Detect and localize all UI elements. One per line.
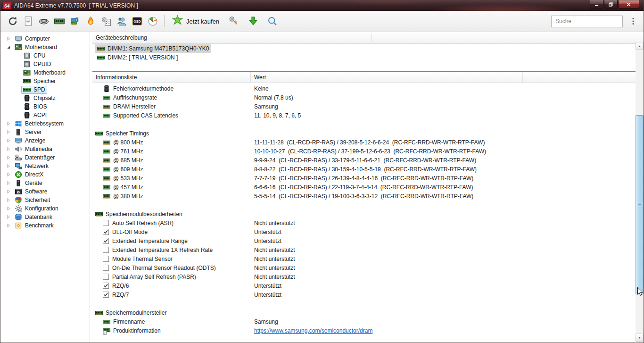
info-row[interactable]: Speicher Timings: [92, 129, 644, 138]
sidebar-item-datenbank[interactable]: Datenbank: [0, 213, 90, 221]
info-row[interactable]: @ 761 MHz10-10-10-27 (CL-RCD-RP-RAS) / 3…: [92, 147, 644, 156]
info-row[interactable]: Auto Self Refresh (ASR)Nicht unterstützt: [92, 218, 644, 227]
sidebar-item-datentr-ger[interactable]: Datenträger: [0, 153, 90, 162]
sidebar-item-benchmark[interactable]: Benchmark: [0, 221, 90, 230]
device-row[interactable]: DIMM2: [ TRIAL VERSION ]: [92, 53, 644, 62]
info-row[interactable]: Partial Array Self Refresh (PASR)Nicht u…: [92, 272, 644, 281]
server-icon: [15, 128, 22, 136]
sidebar-item-motherboard[interactable]: Motherboard: [0, 68, 90, 77]
unchecked-checkbox[interactable]: [103, 220, 109, 226]
unchecked-checkbox[interactable]: [103, 247, 109, 253]
gauge-button[interactable]: [145, 14, 160, 29]
info-row[interactable]: Extended Temperature RangeUnterstützt: [92, 236, 644, 245]
flame-button[interactable]: [83, 14, 98, 29]
unchecked-checkbox[interactable]: [103, 274, 109, 280]
info-row[interactable]: DRAM HerstellerSamsung: [92, 102, 644, 111]
checked-checkbox[interactable]: [103, 238, 109, 244]
tree-collapsed-icon[interactable]: [4, 145, 13, 153]
tree-collapsed-icon[interactable]: [4, 222, 13, 229]
close-button[interactable]: [618, 0, 639, 8]
sidebar-item-spd[interactable]: SPD: [0, 85, 90, 94]
sidebar-item-ger-te[interactable]: Geräte: [0, 179, 90, 187]
report-button[interactable]: [21, 14, 35, 29]
unchecked-checkbox[interactable]: [103, 256, 109, 262]
sidebar-item-acpi[interactable]: ACPI: [0, 111, 90, 119]
preferences-button[interactable]: [99, 14, 113, 29]
sidebar-item-cpuid[interactable]: CPUID: [0, 60, 90, 68]
info-row[interactable]: DLL-Off ModeUnterstützt: [92, 227, 644, 236]
tree-expanded-icon[interactable]: [4, 43, 13, 51]
info-row[interactable]: RZQ/6Unterstützt: [92, 281, 644, 290]
product-info-link[interactable]: https://www.samsung.com/semiconductor/dr…: [254, 327, 372, 334]
tree-collapsed-icon[interactable]: [4, 171, 13, 178]
info-row[interactable]: Produktinformationhttps://www.samsung.co…: [92, 326, 644, 335]
tree-collapsed-icon[interactable]: [4, 154, 13, 161]
search-button[interactable]: [265, 14, 280, 29]
checked-checkbox[interactable]: [103, 292, 109, 298]
tree-collapsed-icon[interactable]: [4, 162, 13, 170]
sidebar-item-netzwerk[interactable]: Netzwerk: [0, 162, 90, 170]
sidebar-item-computer[interactable]: Computer: [0, 34, 90, 43]
info-row[interactable]: Extended Temperature 1X Refresh RateNich…: [92, 245, 644, 254]
sidebar-item-multimedia[interactable]: Multimedia: [0, 145, 90, 153]
user-button[interactable]: [114, 14, 129, 29]
unchecked-checkbox[interactable]: [103, 265, 109, 271]
buy-now-button[interactable]: Jetzt kaufen: [169, 14, 223, 29]
info-row[interactable]: Speichermodulhersteller: [92, 308, 644, 317]
info-row[interactable]: FehlerkorrekturmethodeKeine: [92, 84, 644, 93]
kebab-menu-icon[interactable]: [627, 14, 639, 29]
sidebar-item-server[interactable]: Server: [0, 128, 90, 136]
info-row[interactable]: @ 533 MHz7-7-7-19 (CL-RCD-RP-RAS) / 26-1…: [92, 174, 644, 183]
sidebar-item-cpu[interactable]: CPU: [0, 51, 90, 60]
tree-collapsed-icon[interactable]: [4, 128, 13, 136]
sidebar-item-konfiguration[interactable]: Konfiguration: [0, 204, 90, 213]
device-row[interactable]: DIMM1: Samsung M471B5173QH0-YK0: [92, 44, 644, 53]
scroll-up-button[interactable]: ▲: [636, 42, 644, 50]
gpu-button[interactable]: [67, 14, 82, 29]
osd-button[interactable]: OSD: [130, 14, 144, 29]
tree-collapsed-icon[interactable]: [4, 213, 13, 221]
cpu-button[interactable]: [36, 14, 51, 29]
scroll-down-button[interactable]: ▼: [636, 334, 644, 342]
tree-collapsed-icon[interactable]: [4, 35, 13, 42]
tree-collapsed-icon[interactable]: [4, 196, 13, 204]
tree-collapsed-icon[interactable]: [4, 188, 13, 195]
info-row[interactable]: @ 685 MHz9-9-9-24 (CL-RCD-RP-RAS) / 33-1…: [92, 156, 644, 165]
memory-button[interactable]: [52, 14, 66, 29]
info-row[interactable]: @ 800 MHz11-11-11-28 (CL-RCD-RP-RAS) / 3…: [92, 138, 644, 147]
sidebar-item-sicherheit[interactable]: Sicherheit: [0, 196, 90, 204]
sidebar-item-chipsatz[interactable]: Chipsatz: [0, 94, 90, 102]
refresh-button[interactable]: [5, 14, 20, 29]
sidebar-item-speicher[interactable]: Speicher: [0, 77, 90, 85]
tree-collapsed-icon[interactable]: [4, 120, 13, 127]
tree-collapsed-icon[interactable]: [4, 137, 13, 144]
download-button[interactable]: [246, 14, 260, 29]
info-row[interactable]: AuffrischungsrateNormal (7.8 us): [92, 93, 644, 102]
info-row[interactable]: Speichermodulbesonderheiten: [92, 209, 644, 218]
info-row[interactable]: On-Die Thermal Sensor Readout (ODTS)Nich…: [92, 263, 644, 272]
info-row[interactable]: FirmennameSamsung: [92, 317, 644, 326]
sidebar-item-bios[interactable]: BIOS: [0, 102, 90, 111]
sidebar-item-anzeige[interactable]: Anzeige: [0, 136, 90, 145]
sidebar-item-directx[interactable]: DirectX: [0, 170, 90, 179]
info-row[interactable]: @ 380 MHz5-5-5-14 (CL-RCD-RP-RAS) / 19-1…: [92, 192, 644, 201]
scrollbar-thumb[interactable]: [636, 115, 644, 294]
sidebar-item-betriebssystem[interactable]: Betriebssystem: [0, 119, 90, 128]
restore-button[interactable]: [604, 0, 618, 8]
checked-checkbox[interactable]: [103, 283, 109, 289]
titlebar[interactable]: 64 AIDA64 Extreme v7.70.7500 [ TRIAL VER…: [0, 0, 644, 11]
minimize-button[interactable]: [590, 0, 603, 8]
info-row[interactable]: Supported CAS Latencies11, 10, 9, 8, 7, …: [92, 111, 644, 120]
search-input[interactable]: [551, 16, 623, 27]
sidebar-item-software[interactable]: Software: [0, 187, 90, 196]
checked-checkbox[interactable]: [103, 229, 109, 235]
tree-collapsed-icon[interactable]: [4, 179, 13, 187]
sidebar-item-motherboard[interactable]: Motherboard: [0, 43, 90, 51]
info-row[interactable]: RZQ/7Unterstützt: [92, 290, 644, 299]
vertical-scrollbar[interactable]: ▲ ▼: [636, 42, 644, 342]
key-button[interactable]: [226, 14, 241, 29]
info-row[interactable]: Module Thermal SensorNicht unterstützt: [92, 254, 644, 263]
info-row[interactable]: @ 457 MHz6-6-6-16 (CL-RCD-RP-RAS) / 22-1…: [92, 183, 644, 192]
info-row[interactable]: @ 609 MHz8-8-8-22 (CL-RCD-RP-RAS) / 30-1…: [92, 165, 644, 174]
tree-collapsed-icon[interactable]: [4, 205, 13, 212]
